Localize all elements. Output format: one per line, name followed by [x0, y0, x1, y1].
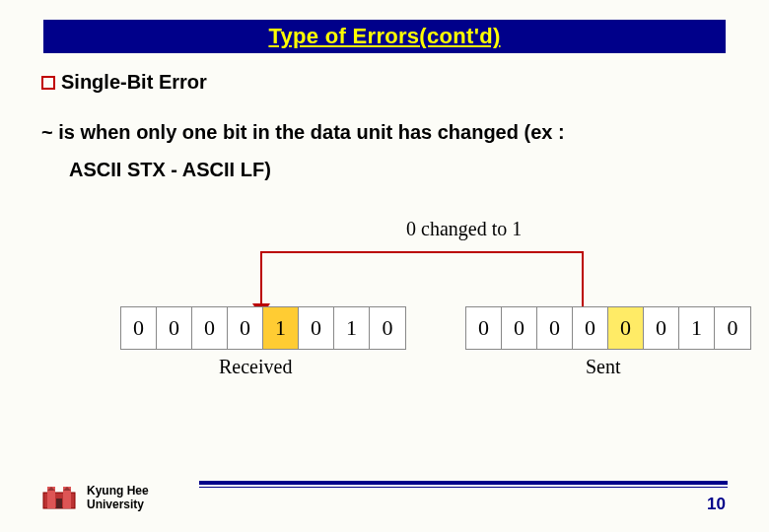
- bit-cell: 0: [192, 307, 228, 349]
- bit-cell: 0: [370, 307, 405, 349]
- bit-cell: 0: [299, 307, 334, 349]
- slide: Type of Errors(cont'd) Single-Bit Error …: [0, 0, 769, 532]
- bit-error-diagram: 0 changed to 1 0 0 0 0 1 0 1 0 0 0 0 0 0…: [41, 218, 728, 395]
- slide-footer: Kyung Hee University 10: [41, 467, 728, 512]
- bit-cell: 0: [573, 307, 608, 349]
- title-bar: Type of Errors(cont'd): [43, 20, 726, 53]
- bit-cell: 0: [502, 307, 537, 349]
- received-caption: Received: [219, 356, 292, 378]
- footer-rule-thin: [199, 487, 728, 488]
- bit-cell: 1: [334, 307, 370, 349]
- connector-top: [260, 251, 584, 253]
- slide-title: Type of Errors(cont'd): [268, 24, 500, 48]
- sent-bits-row: 0 0 0 0 0 0 1 0: [465, 306, 751, 350]
- bit-cell: 0: [228, 307, 263, 349]
- bullet-square-icon: [41, 76, 55, 90]
- sent-caption: Sent: [586, 356, 621, 378]
- footer-rule-thick: [199, 481, 728, 485]
- body-line-2: ASCII STX - ASCII LF): [41, 151, 728, 188]
- subheading-row: Single-Bit Error: [41, 71, 728, 94]
- bit-cell: 0: [537, 307, 573, 349]
- bit-cell-highlight: 0: [608, 307, 644, 349]
- university-name: Kyung Hee University: [87, 485, 149, 512]
- page-number: 10: [707, 495, 726, 514]
- bit-cell: 0: [644, 307, 679, 349]
- bit-cell-highlight: 1: [263, 307, 299, 349]
- university-line-2: University: [87, 499, 149, 512]
- bit-cell: 1: [679, 307, 715, 349]
- received-bits-row: 0 0 0 0 1 0 1 0: [120, 306, 406, 350]
- body-text: ~ is when only one bit in the data unit …: [41, 113, 728, 188]
- bit-cell: 0: [157, 307, 192, 349]
- university-line-1: Kyung Hee: [87, 485, 149, 499]
- bit-cell: 0: [121, 307, 157, 349]
- university-logo-icon: [41, 481, 77, 510]
- subheading-text: Single-Bit Error: [61, 71, 207, 94]
- connector-right: [582, 251, 584, 306]
- bit-cell: 0: [466, 307, 502, 349]
- diagram-top-label: 0 changed to 1: [406, 218, 522, 240]
- svg-rect-5: [56, 499, 62, 508]
- bit-cell: 0: [715, 307, 750, 349]
- body-line-1: ~ is when only one bit in the data unit …: [41, 113, 728, 151]
- connector-left: [260, 251, 262, 308]
